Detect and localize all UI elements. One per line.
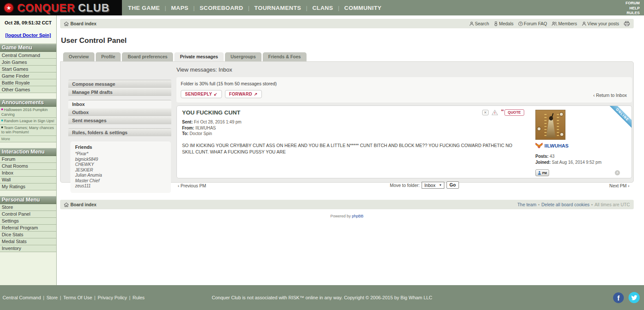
main-nav: THE GAME| MAPS| SCOREBOARD| TOURNAMENTS|… [128,5,382,11]
friend-link[interactable]: Julian Anumia [75,173,166,178]
breadcrumb[interactable]: Board index [64,21,97,26]
sidebar-item-inventory[interactable]: Inventory [0,245,56,252]
tab-usergroups[interactable]: Usergroups [225,52,261,61]
tab-private-messages[interactable]: Private messages [174,52,224,61]
corner-link-rules[interactable]: RULES [626,11,640,16]
search-link[interactable]: Search [469,21,489,26]
sent-messages-folder-link[interactable]: Sent messages [68,117,171,125]
forward-button[interactable]: FORWARD↗ [225,90,262,98]
sidebar-item-dice-stats[interactable]: Dice Stats [0,232,56,238]
social-icons: f [613,292,640,303]
sidebar-item-other-games[interactable]: Other Games [0,86,56,93]
twitter-icon[interactable] [629,292,640,303]
print-icon[interactable] [624,21,630,26]
search-user-icon [469,21,474,26]
footer-separator: | [43,295,44,300]
footer-privacy-link[interactable]: Privacy Policy [97,295,127,300]
sidebar-item-forum[interactable]: Forum [0,156,56,163]
sidebar-item-battle-royale[interactable]: Battle Royale [0,79,56,86]
forum-faq-link[interactable]: ?Forum FAQ [518,21,547,26]
sidebar-item-central-command[interactable]: Central Command [0,52,56,59]
inbox-folder-link[interactable]: Inbox [68,100,171,108]
nav-clans[interactable]: CLANS [312,5,333,11]
sidebar-item-wall[interactable]: Wall [0,177,56,184]
announcement-halloween[interactable]: Halloween 2016 Pumpkin Carving [0,107,56,118]
interaction-menu-header: Interaction Menu [0,148,56,156]
friend-link[interactable]: Master Chief [75,178,166,184]
nav-community[interactable]: COMMUNITY [344,5,382,11]
outbox-folder-link[interactable]: Outbox [68,108,171,117]
folder-select[interactable]: Inbox▼ [422,182,444,189]
sidebar-item-referral-program[interactable]: Referral Program [0,225,56,232]
medal-icon [494,21,498,26]
dot-separator: • [591,202,593,207]
manage-pm-drafts-link[interactable]: Manage PM drafts [68,88,171,96]
corner-link-help[interactable]: HELP [626,6,640,11]
corner-link-forum[interactable]: FORUM [626,1,640,6]
avatar-decoration [560,133,563,136]
sidebar-item-store[interactable]: Store [0,204,56,211]
powered-by: Powered by phpBB [60,214,634,218]
site-logo[interactable]: ★ CONQUERCLUB [0,0,122,15]
sender-avatar[interactable] [535,110,565,140]
tab-overview[interactable]: Overview [63,52,94,61]
footer-rules-link[interactable]: Rules [133,295,145,300]
delete-cookies-link[interactable]: Delete all board cookies [541,202,589,207]
report-message-icon[interactable]: ! [492,110,498,115]
friend-link[interactable]: bignick5849 [75,157,166,163]
tab-friends-foes[interactable]: Friends & Foes [263,52,307,61]
return-to-inbox-link[interactable]: ‹ Return to Inbox [593,93,627,98]
announcements-more-link[interactable]: More [0,136,56,142]
friend-link[interactable]: JESKIER [75,168,166,173]
pm-toolbar: Folder is 30% full (15 from 50 messages … [176,77,632,102]
sidebar-item-start-games[interactable]: Start Games [0,66,56,72]
pm-folders-group: Inbox Outbox Sent messages [68,100,171,125]
friend-link[interactable]: CHEWKY [75,162,166,168]
reply-arrow-icon: ↙ [214,92,218,96]
send-reply-button[interactable]: SENDREPLY↙ [181,90,222,98]
delete-message-icon[interactable]: ✕ [482,110,489,115]
friends-box: Friends *Pixar* bignick5849 CHEWKY JESKI… [70,141,171,193]
nav-scoreboard[interactable]: SCOREBOARD [200,5,243,11]
sender-username-link[interactable]: IILWUHAS [544,143,568,148]
phpbb-link[interactable]: phpBB [352,214,364,218]
sidebar-item-medal-stats[interactable]: Medal Stats [0,238,56,245]
logout-link[interactable]: [logout Doctor Spin] [1,33,55,38]
footer-store-link[interactable]: Store [46,295,58,300]
bottom-bar-links: The team • Delete all board cookies • Al… [517,202,630,207]
sidebar-item-game-finder[interactable]: Game Finder [0,72,56,79]
pm-user-button[interactable]: PM [535,169,549,176]
the-team-link[interactable]: The team [517,202,536,207]
rules-folders-settings-link[interactable]: Rules, folders & settings [68,129,171,137]
nav-maps[interactable]: MAPS [171,5,188,11]
compose-message-link[interactable]: Compose message [68,80,171,88]
bottom-board-index-link[interactable]: Board index [64,202,97,207]
nav-the-game[interactable]: THE GAME [128,5,160,11]
scroll-top-icon[interactable]: ∧ [615,170,620,175]
footer-central-command-link[interactable]: Central Command [3,295,41,300]
announcement-random-league[interactable]: Random League in Sign Ups! [0,118,56,125]
quote-button[interactable]: “QUOTE [501,109,524,116]
previous-pm-link[interactable]: ‹ Previous PM [178,183,206,188]
announcement-team-games[interactable]: Team Games; Many chances to win Premium! [0,125,56,136]
sidebar-item-chat-rooms[interactable]: Chat Rooms [0,163,56,170]
members-link[interactable]: Members [552,21,577,26]
go-button[interactable]: Go [447,181,459,189]
friend-link[interactable]: zeus111 [75,184,166,189]
tab-profile[interactable]: Profile [96,52,121,61]
next-pm-link[interactable]: Next PM › [609,183,629,188]
medals-link[interactable]: Medals [494,21,513,26]
facebook-icon[interactable]: f [613,292,624,303]
view-your-posts-link[interactable]: View your posts [582,21,619,26]
sidebar-item-join-games[interactable]: Join Games [0,59,56,66]
sidebar-item-control-panel[interactable]: Control Panel [0,211,56,218]
friend-link[interactable]: *Pixar* [75,151,166,157]
message-header: YOU FUCKING CUNT ✕ ! “QUOTE [182,109,526,116]
pm-content: View messages: Inbox Folder is 30% full … [171,62,633,182]
nav-tournaments[interactable]: TOURNAMENTS [254,5,301,11]
sidebar-item-my-ratings[interactable]: My Ratings [0,184,56,190]
footer-terms-link[interactable]: Terms Of Use [63,295,92,300]
tab-board-preferences[interactable]: Board preferences [122,52,173,61]
sidebar-item-inbox[interactable]: Inbox [0,170,56,177]
sidebar-item-settings[interactable]: Settings [0,218,56,225]
